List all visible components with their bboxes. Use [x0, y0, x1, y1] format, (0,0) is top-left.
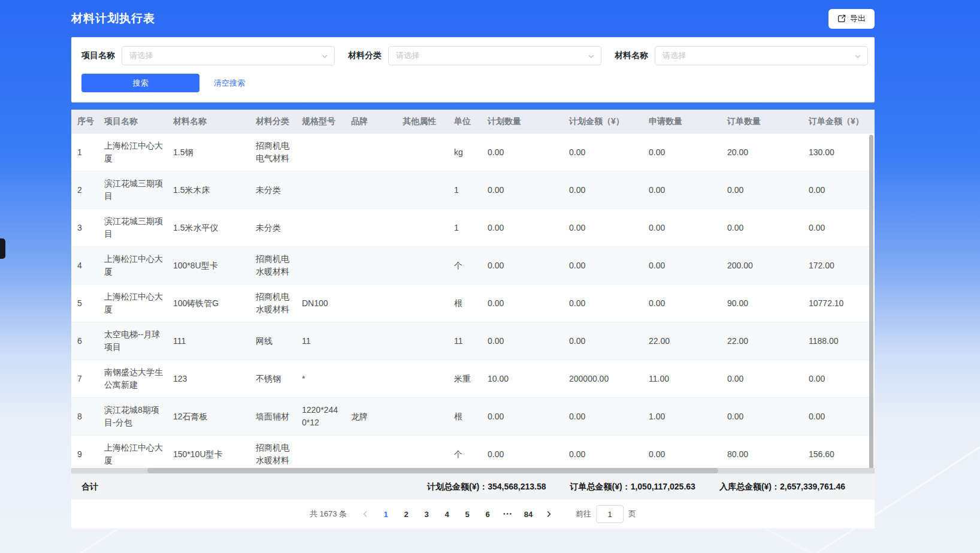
page-header: 材料计划执行表 导出 — [71, 0, 875, 37]
page-1[interactable]: 1 — [378, 506, 394, 522]
cell: 4 — [71, 259, 98, 272]
cell: 0.00 — [482, 222, 563, 234]
cell: 滨江花城8期项目-分包 — [98, 404, 167, 429]
vertical-scrollbar[interactable] — [869, 135, 873, 469]
summary-total-value: 354,568,213.58 — [488, 482, 546, 491]
cell: 0.00 — [721, 373, 803, 385]
last-page-button[interactable]: 84 — [521, 506, 536, 522]
summary-label: 合计 — [81, 482, 98, 492]
cell: 0.00 — [721, 184, 803, 197]
cell: 90.00 — [721, 297, 803, 310]
prev-page-button[interactable] — [358, 506, 373, 522]
cell: 米重 — [448, 373, 482, 385]
cell: 3 — [71, 222, 98, 234]
cell: 1.5米木床 — [167, 184, 250, 197]
cell: 太空电梯--月球项目 — [98, 328, 167, 353]
export-button-label: 导出 — [850, 13, 866, 24]
cell: 上海松江中心大厦 — [98, 253, 167, 278]
column-header: 项目名称 — [98, 116, 167, 127]
page-4[interactable]: 4 — [439, 506, 455, 522]
clear-search-link[interactable]: 清空搜索 — [214, 78, 245, 89]
cell: 上海松江中心大厦 — [98, 291, 167, 316]
cell: 200000.00 — [563, 373, 643, 385]
column-header: 订单数量 — [721, 116, 803, 127]
project-name-select[interactable]: 请选择 — [122, 46, 335, 65]
summary-total-value: 1,050,117,025.63 — [631, 482, 695, 491]
cell: 1.00 — [643, 410, 721, 423]
goto-page-input[interactable] — [596, 505, 624, 523]
drawer-handle[interactable] — [0, 238, 5, 259]
cell: 滨江花城三期项目 — [98, 215, 167, 240]
cell: 滨江花城三期项目 — [98, 177, 167, 203]
page-6[interactable]: 6 — [480, 506, 495, 522]
cell: 网线 — [250, 335, 296, 347]
select-placeholder: 请选择 — [663, 50, 686, 61]
more-pages-button[interactable]: ••• — [500, 506, 516, 522]
horizontal-scrollbar-track[interactable] — [71, 468, 875, 473]
column-header: 订单金额（¥） — [803, 116, 875, 127]
select-placeholder: 请选择 — [396, 50, 419, 61]
table-row: 8滨江花城8期项目-分包12石膏板墙面辅材1220*2440*12龙牌根0.00… — [71, 398, 875, 436]
cell: 0.00 — [643, 259, 721, 272]
cell: 11.00 — [643, 373, 721, 385]
cell: 个 — [448, 448, 482, 461]
page-5[interactable]: 5 — [459, 506, 475, 522]
material-name-select[interactable]: 请选择 — [655, 46, 868, 65]
cell: 0.00 — [482, 259, 563, 272]
summary-totals: 计划总金额(¥)：354,568,213.58订单总金额(¥)：1,050,11… — [427, 482, 845, 492]
table-row: 2滨江花城三期项目1.5米木床未分类10.000.000.000.000.00 — [71, 171, 875, 209]
table-row: 1上海松江中心大厦1.5钢招商机电电气材料kg0.000.000.0020.00… — [71, 134, 875, 171]
table-row: 3滨江花城三期项目1.5米水平仪未分类10.000.000.000.000.00 — [71, 209, 875, 247]
goto-page-group: 前往 页 — [576, 505, 636, 523]
material-plan-table: 序号项目名称材料名称材料分类规格型号品牌其他属性单位计划数量计划金额（¥）申请数… — [71, 110, 875, 528]
table-header-row: 序号项目名称材料名称材料分类规格型号品牌其他属性单位计划数量计划金额（¥）申请数… — [71, 110, 875, 134]
next-page-button[interactable] — [541, 506, 556, 522]
filter-project-name-label: 项目名称 — [81, 50, 115, 61]
cell: * — [296, 373, 345, 385]
cell: 20.00 — [721, 146, 803, 159]
cell: 根 — [448, 410, 482, 423]
cell: 0.00 — [482, 448, 563, 461]
horizontal-scrollbar-thumb[interactable] — [147, 468, 718, 473]
export-button[interactable]: 导出 — [828, 9, 875, 29]
cell: 0.00 — [643, 184, 721, 197]
cell: 不锈钢 — [250, 373, 296, 385]
cell: 5 — [71, 297, 98, 310]
column-header: 材料名称 — [167, 116, 250, 127]
column-header: 其他属性 — [397, 116, 448, 127]
cell: 0.00 — [803, 410, 875, 423]
cell: 22.00 — [643, 335, 721, 347]
cell: 墙面辅材 — [250, 410, 296, 423]
cell: 0.00 — [721, 410, 803, 423]
cell: 根 — [448, 297, 482, 310]
filter-row: 项目名称请选择材料分类请选择材料名称请选择 — [71, 37, 875, 65]
column-header: 单位 — [448, 116, 482, 127]
cell: 0.00 — [803, 222, 875, 234]
chevron-right-icon — [545, 510, 552, 518]
summary-total-label: 订单总金额(¥)： — [570, 482, 631, 491]
filter-material-name: 材料名称请选择 — [615, 46, 868, 65]
cell: 0.00 — [563, 410, 643, 423]
cell: 100*8U型卡 — [167, 259, 250, 272]
page-unit-label: 页 — [628, 509, 636, 519]
filter-material-name-label: 材料名称 — [615, 50, 648, 61]
cell: 8 — [71, 410, 98, 423]
material-category-select[interactable]: 请选择 — [388, 46, 601, 65]
page-3[interactable]: 3 — [419, 506, 434, 522]
chevron-down-icon — [588, 53, 595, 60]
cell: 个 — [448, 259, 482, 272]
cell: 上海松江中心大厦 — [98, 442, 167, 467]
search-button[interactable]: 搜索 — [81, 74, 199, 92]
filter-material-category-label: 材料分类 — [348, 50, 382, 61]
cell: 0.00 — [643, 146, 721, 159]
filter-panel: 项目名称请选择材料分类请选择材料名称请选择 搜索 清空搜索 — [71, 37, 875, 102]
column-header: 规格型号 — [296, 116, 345, 127]
summary-total-label: 计划总金额(¥)： — [427, 482, 488, 491]
page-2[interactable]: 2 — [398, 506, 414, 522]
cell: 0.00 — [563, 222, 643, 234]
cell: 0.00 — [563, 335, 643, 347]
cell: 招商机电电气材料 — [250, 140, 296, 165]
export-icon — [837, 14, 846, 23]
chevron-left-icon — [362, 510, 369, 518]
cell: 172.00 — [803, 259, 875, 272]
